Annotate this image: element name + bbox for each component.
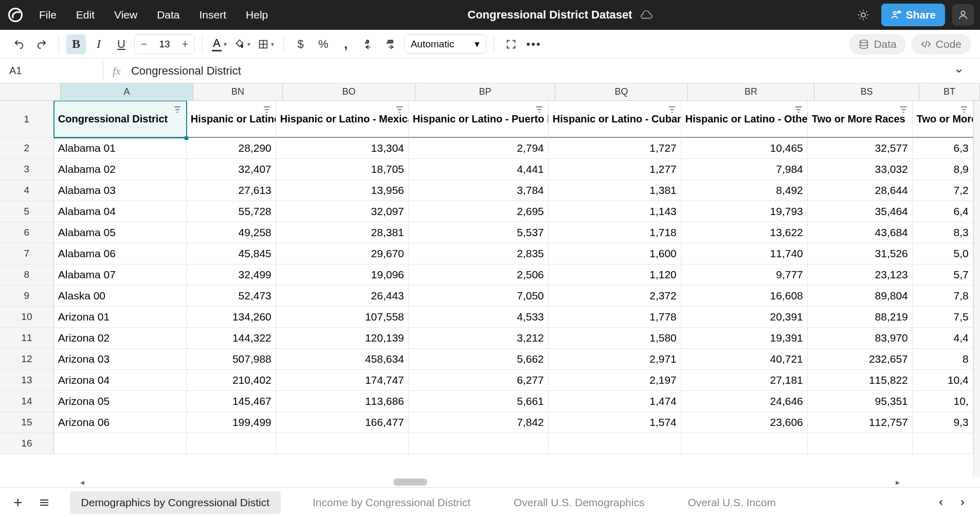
cell-value[interactable]: 1,778 <box>549 307 681 328</box>
cell-value[interactable]: 13,304 <box>276 138 409 159</box>
italic-button[interactable]: I <box>89 34 108 54</box>
cell-value[interactable]: 7,2 <box>913 180 973 201</box>
cell-district[interactable]: Alaska 00 <box>54 286 187 307</box>
add-sheet-button[interactable]: + <box>8 494 28 511</box>
cell-value[interactable]: 144,322 <box>187 328 276 349</box>
filter-icon[interactable] <box>794 105 803 114</box>
column-header-a[interactable]: A <box>61 83 193 101</box>
cell-value[interactable]: 4,533 <box>409 307 549 328</box>
text-color-button[interactable]: A▾ <box>210 37 229 51</box>
row-header-10[interactable]: 10 <box>0 307 54 328</box>
cell-value[interactable]: 32,407 <box>187 159 276 180</box>
column-header-bq[interactable]: BQ <box>555 83 688 101</box>
column-header-bt[interactable]: BT <box>919 83 980 101</box>
cell-value[interactable]: 35,464 <box>808 201 913 222</box>
cell-value[interactable]: 29,670 <box>276 243 409 264</box>
cell-value[interactable]: 31,526 <box>808 243 913 264</box>
cell-value[interactable]: 16,608 <box>681 286 808 307</box>
menu-help[interactable]: Help <box>246 9 268 21</box>
cell-district[interactable]: Arizona 03 <box>54 349 187 370</box>
bold-button[interactable]: B <box>66 34 86 54</box>
cell-header-bs[interactable]: Two or More Races <box>808 101 913 138</box>
sheet-nav-next[interactable] <box>953 493 972 512</box>
scroll-left-icon[interactable]: ◂ <box>77 477 87 487</box>
row-header-13[interactable]: 13 <box>0 370 54 391</box>
cell-empty[interactable] <box>54 433 187 454</box>
cell-empty[interactable] <box>808 433 913 454</box>
cell-value[interactable]: 49,258 <box>187 222 276 243</box>
cell-value[interactable]: 18,705 <box>276 159 409 180</box>
cell-value[interactable]: 507,988 <box>187 349 276 370</box>
cell-value[interactable]: 2,794 <box>409 138 549 159</box>
cell-value[interactable]: 28,290 <box>187 138 276 159</box>
cell-value[interactable]: 8 <box>913 349 973 370</box>
filter-icon[interactable] <box>173 105 182 114</box>
cell-value[interactable]: 43,684 <box>808 222 913 243</box>
cell-district[interactable]: Arizona 01 <box>54 307 187 328</box>
cell-value[interactable]: 6,4 <box>913 201 973 222</box>
cell-value[interactable]: 23,606 <box>681 412 808 433</box>
cell-value[interactable]: 4,4 <box>913 328 973 349</box>
cell-district[interactable]: Arizona 04 <box>54 370 187 391</box>
document-title[interactable]: Congressional District Dataset <box>467 8 632 22</box>
cell-value[interactable]: 166,477 <box>276 412 409 433</box>
row-header-8[interactable]: 8 <box>0 264 54 286</box>
cell-value[interactable]: 20,391 <box>681 307 808 328</box>
menu-data[interactable]: Data <box>157 9 179 21</box>
cell-value[interactable]: 6,277 <box>409 370 549 391</box>
cell-empty[interactable] <box>187 433 276 454</box>
filter-icon[interactable] <box>667 105 677 114</box>
cell-value[interactable]: 5,661 <box>409 391 549 412</box>
cell-value[interactable]: 32,499 <box>187 264 276 286</box>
cell-value[interactable]: 8,3 <box>913 222 973 243</box>
cell-empty[interactable] <box>681 433 808 454</box>
filter-icon[interactable] <box>959 105 969 114</box>
column-header-bo[interactable]: BO <box>283 83 415 101</box>
cell-value[interactable]: 113,686 <box>276 391 409 412</box>
cell-value[interactable]: 5,7 <box>913 264 973 286</box>
cell-header-bn[interactable]: Hispanic or Latino <box>187 101 276 138</box>
cell-header-bq[interactable]: Hispanic or Latino - Cuban <box>549 101 681 138</box>
row-header-9[interactable]: 9 <box>0 286 54 307</box>
cell-value[interactable]: 115,822 <box>808 370 913 391</box>
cell-value[interactable]: 2,971 <box>549 349 681 370</box>
cell-value[interactable]: 8,9 <box>913 159 973 180</box>
cell-value[interactable]: 5,0 <box>913 243 973 264</box>
cell-value[interactable]: 89,804 <box>808 286 913 307</box>
cell-value[interactable]: 52,473 <box>187 286 276 307</box>
cell-value[interactable]: 10,465 <box>681 138 808 159</box>
cell-value[interactable]: 83,970 <box>808 328 913 349</box>
scrollbar-thumb[interactable] <box>393 478 427 486</box>
cell-header-bo[interactable]: Hispanic or Latino - Mexican <box>276 101 409 138</box>
cell-value[interactable]: 19,391 <box>681 328 808 349</box>
cell-value[interactable]: 7,8 <box>913 286 973 307</box>
cell-value[interactable]: 1,574 <box>549 412 681 433</box>
menu-file[interactable]: File <box>39 9 57 21</box>
increase-decimal-button[interactable]: .00 <box>382 34 401 54</box>
row-header-15[interactable]: 15 <box>0 412 54 433</box>
number-format-select[interactable]: Automatic ▾ <box>404 34 486 54</box>
cell-value[interactable]: 3,784 <box>409 180 549 201</box>
filter-icon[interactable] <box>395 105 404 114</box>
more-options-button[interactable]: ••• <box>524 34 543 54</box>
cell-value[interactable]: 3,212 <box>409 328 549 349</box>
cell-value[interactable]: 7,842 <box>409 412 549 433</box>
cell-value[interactable]: 13,622 <box>681 222 808 243</box>
cell-value[interactable]: 19,096 <box>276 264 409 286</box>
cell-value[interactable]: 26,443 <box>276 286 409 307</box>
sheet-tab[interactable]: Income by Congressional District <box>301 491 482 514</box>
row-header-6[interactable]: 6 <box>0 222 54 243</box>
filter-icon[interactable] <box>535 105 544 114</box>
cell-value[interactable]: 55,728 <box>187 201 276 222</box>
cell-value[interactable]: 107,558 <box>276 307 409 328</box>
cell-value[interactable]: 11,740 <box>681 243 808 264</box>
cell-value[interactable]: 24,646 <box>681 391 808 412</box>
cell-value[interactable]: 40,721 <box>681 349 808 370</box>
cell-value[interactable]: 32,097 <box>276 201 409 222</box>
cell-value[interactable]: 6,3 <box>913 138 973 159</box>
expand-button[interactable] <box>501 34 521 54</box>
cell-header-br[interactable]: Hispanic or Latino - Other <box>681 101 808 138</box>
cell-district[interactable]: Arizona 05 <box>54 391 187 412</box>
sheet-tab[interactable]: Demographics by Congressional Distict <box>70 491 281 514</box>
cell-value[interactable]: 10, <box>913 391 973 412</box>
